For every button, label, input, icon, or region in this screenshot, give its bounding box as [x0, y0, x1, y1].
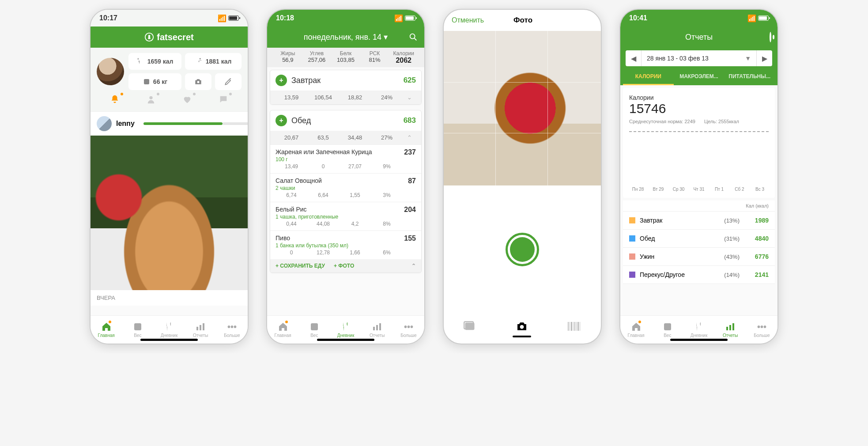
tab-Дневник[interactable]: Дневник [153, 321, 185, 338]
stacked-bar-chart [629, 131, 769, 184]
food-item[interactable]: 155 Пиво 1 банка или бутылка (350 мл) 01… [270, 231, 421, 259]
reports-header: Отчеты [620, 26, 777, 48]
running-icon [195, 57, 203, 65]
color-swatch [629, 235, 635, 242]
svg-rect-28 [726, 327, 728, 330]
clock: 10:18 [276, 14, 294, 22]
tab-Вес[interactable]: Вес [298, 321, 330, 338]
meal-breakfast: + Завтрак 625 13,59106,5418,8224% ⌄ [270, 70, 422, 105]
target-icon[interactable] [770, 33, 771, 42]
search-icon[interactable] [408, 32, 418, 42]
svg-rect-26 [580, 322, 580, 331]
next-range-button[interactable]: ▶ [756, 50, 772, 66]
table-header: Кал (ккал) [623, 200, 775, 212]
cancel-button[interactable]: Отменить [452, 16, 484, 24]
add-photo-button[interactable]: + ФОТО [334, 263, 354, 269]
status-bar: 10:17 📶 [91, 10, 248, 26]
tab-Вес[interactable]: Вес [122, 321, 153, 338]
breakdown-row[interactable]: Перекус/Другое(14%)2141 [623, 266, 775, 284]
tab-calories[interactable]: КАЛОРИИ [623, 69, 674, 85]
clock: 10:17 [99, 14, 117, 22]
svg-rect-9 [200, 325, 201, 330]
calories-in-pill[interactable]: + 1659 кал [128, 53, 181, 70]
add-icon[interactable]: + [275, 75, 287, 86]
food-item[interactable]: 237 Жареная или Запеченная Курица 100 г … [270, 144, 421, 173]
barcode-icon[interactable] [568, 320, 581, 333]
camera-viewfinder [444, 31, 601, 185]
tab-Отчеты[interactable]: Отчеты [362, 321, 393, 338]
keyhole-icon [144, 32, 154, 42]
svg-rect-13 [373, 327, 375, 330]
food-item[interactable]: 87 Салат Овощной 2 чашки 6,746,641,553% [270, 173, 421, 202]
pencil-icon [224, 77, 233, 86]
heart-icon[interactable] [182, 94, 192, 104]
edit-pill[interactable] [215, 73, 242, 90]
tab-Отчеты[interactable]: Отчеты [185, 321, 216, 338]
brand-logo: fatsecret [144, 32, 193, 42]
capture-mode-tabs [444, 314, 601, 344]
metric-label: Калории [629, 94, 769, 101]
report-card: Калории 15746 Среднесуточная норма: 2249… [623, 88, 775, 198]
date-range-picker: ◀ 28 янв 13 - 03 фев 13▼ ▶ [626, 50, 772, 66]
meal-header[interactable]: + Завтрак 625 [270, 70, 421, 91]
tab-nutrients[interactable]: ПИТАТЕЛЬНЫ... [724, 69, 775, 85]
svg-rect-4 [144, 79, 149, 84]
meal-header[interactable]: + Обед 683 [270, 110, 421, 131]
meal-lunch: + Обед 683 20,6763,534,4827% ⌃ 237 Жарен… [270, 110, 422, 273]
tab-Дневник[interactable]: Дневник [683, 321, 714, 338]
tab-Вес[interactable]: Вес [652, 321, 683, 338]
person-icon[interactable] [146, 94, 156, 104]
tab-Отчеты[interactable]: Отчеты [715, 321, 746, 338]
status-bar: 10:18 📶 [267, 10, 424, 26]
svg-rect-21 [571, 322, 572, 331]
range-dropdown[interactable]: 28 янв 13 - 03 фев 13▼ [642, 50, 756, 66]
svg-rect-15 [379, 323, 381, 330]
screen-diary: 10:18 📶 понедельник, янв. 14 ▾ ЖирыУглев… [266, 9, 425, 344]
clock: 10:41 [629, 14, 647, 22]
breakdown-row[interactable]: Обед(31%)4840 [623, 230, 775, 248]
food-item[interactable]: 204 Белый Рис 1 чашка, приготовленные 0,… [270, 202, 421, 231]
comment-icon[interactable] [219, 94, 228, 104]
tab-Дневник[interactable]: Дневник [330, 321, 361, 338]
chevron-down-icon[interactable]: ⌄ [403, 94, 416, 101]
post-image[interactable] [91, 136, 248, 290]
chevron-up-icon[interactable]: ⌃ [403, 134, 416, 141]
svg-text:+: + [137, 57, 139, 61]
macro-summary: ЖирыУглевБелкРСККалории 56,9257,06103,85… [267, 48, 424, 67]
progress-bar [143, 122, 223, 125]
svg-rect-24 [576, 322, 577, 331]
prev-range-button[interactable]: ◀ [626, 50, 642, 66]
svg-rect-29 [729, 325, 731, 330]
tab-Больше[interactable]: •••Больше [393, 322, 424, 338]
avatar[interactable] [97, 58, 124, 85]
scale-icon [143, 78, 151, 86]
add-icon[interactable]: + [275, 115, 287, 126]
breakdown-row[interactable]: Завтрак(13%)1989 [623, 212, 775, 230]
svg-rect-30 [732, 323, 734, 330]
tab-Больше[interactable]: •••Больше [216, 322, 248, 338]
shutter-button[interactable] [506, 233, 539, 266]
tab-Главная[interactable]: Главная [267, 321, 298, 338]
home-indicator [140, 339, 198, 341]
post-username: lenny [116, 120, 135, 128]
chevron-up-icon[interactable]: ⌃ [411, 263, 416, 269]
tab-macros[interactable]: МАКРОЭЛЕМ... [674, 69, 725, 85]
svg-rect-19 [568, 322, 569, 331]
gallery-icon[interactable] [464, 320, 476, 333]
tab-Главная[interactable]: Главная [620, 321, 652, 338]
svg-rect-8 [196, 327, 198, 330]
camera-mode-icon[interactable] [515, 320, 528, 333]
home-body: + 1659 кал 1881 кал 66 кг [91, 48, 248, 315]
svg-point-6 [149, 96, 152, 99]
tab-Главная[interactable]: Главная [91, 321, 122, 338]
calories-out-pill[interactable]: 1881 кал [185, 53, 242, 70]
camera-pill[interactable] [185, 73, 211, 90]
feed-post-header[interactable]: lenny ••• [91, 111, 248, 136]
metric-value: 15746 [629, 101, 769, 116]
save-food-button[interactable]: + СОХРАНИТЬ ЕДУ [275, 263, 325, 269]
breakdown-row[interactable]: Ужин(43%)6776 [623, 248, 775, 266]
date-picker[interactable]: понедельник, янв. 14 ▾ [304, 32, 388, 42]
tab-Больше[interactable]: •••Больше [746, 322, 777, 338]
bell-icon[interactable] [110, 94, 120, 104]
weight-pill[interactable]: 66 кг [128, 73, 181, 90]
